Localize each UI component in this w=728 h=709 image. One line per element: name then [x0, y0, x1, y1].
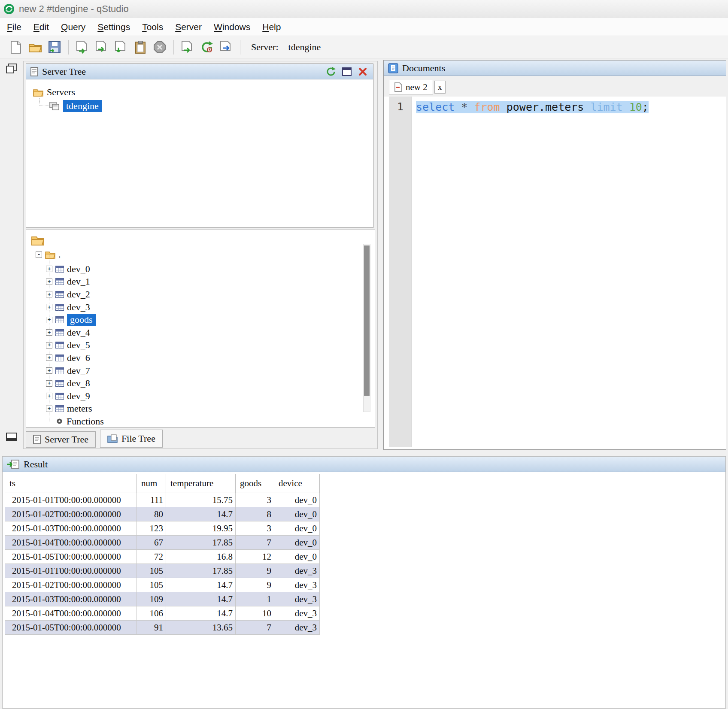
export-button[interactable]: [218, 39, 234, 56]
result-cell[interactable]: dev_0: [274, 507, 320, 521]
result-cell[interactable]: 3: [236, 521, 274, 536]
expand-icon[interactable]: +: [46, 291, 52, 297]
result-cell[interactable]: 14.7: [166, 578, 236, 592]
cascade-windows-icon[interactable]: [6, 64, 17, 74]
collapse-icon[interactable]: -: [36, 251, 42, 258]
expand-icon[interactable]: +: [46, 367, 52, 374]
run-selection-button[interactable]: [113, 39, 129, 56]
result-cell[interactable]: 106: [137, 606, 166, 621]
tab-new-2[interactable]: new 2: [389, 80, 433, 94]
column-header-ts[interactable]: ts: [5, 474, 137, 493]
table-item-meters[interactable]: +meters: [46, 403, 358, 415]
result-cell[interactable]: 10: [236, 606, 274, 621]
database-root-item[interactable]: - .: [36, 249, 61, 260]
code-area[interactable]: select * from power.meters limit 10;: [413, 97, 723, 447]
result-row[interactable]: 2015-01-02T00:00:00.0000008014.78dev_0: [5, 507, 320, 521]
expand-icon[interactable]: +: [46, 342, 52, 348]
table-label[interactable]: dev_5: [67, 339, 90, 351]
open-file-button[interactable]: [27, 39, 43, 56]
result-cell[interactable]: 91: [137, 621, 166, 635]
menu-file[interactable]: File: [1, 20, 27, 34]
result-cell[interactable]: 67: [137, 536, 166, 550]
close-tab-button[interactable]: x: [434, 81, 446, 94]
result-cell[interactable]: 8: [236, 507, 274, 521]
run-query-button[interactable]: [74, 39, 91, 56]
result-cell[interactable]: dev_3: [274, 621, 320, 635]
result-cell[interactable]: 14.7: [166, 507, 236, 521]
result-cell[interactable]: 17.85: [166, 536, 236, 550]
column-header-goods[interactable]: goods: [236, 474, 274, 493]
result-row[interactable]: 2015-01-03T00:00:00.00000010914.71dev_3: [5, 592, 320, 606]
result-row[interactable]: 2015-01-05T00:00:00.0000007216.812dev_0: [5, 550, 320, 564]
table-label[interactable]: dev_6: [67, 352, 90, 364]
scrollbar-thumb[interactable]: [364, 245, 370, 396]
restore-window-icon[interactable]: [6, 433, 17, 441]
expand-icon[interactable]: +: [46, 380, 52, 387]
result-row[interactable]: 2015-01-01T00:00:00.00000011115.753dev_0: [5, 493, 320, 507]
result-cell[interactable]: 13.65: [166, 621, 236, 635]
run-script-button[interactable]: [179, 39, 196, 56]
menu-server[interactable]: Server: [169, 20, 208, 34]
sql-editor[interactable]: 1 select * from power.meters limit 10;: [389, 97, 723, 447]
result-cell[interactable]: 105: [137, 564, 166, 578]
result-cell[interactable]: 2015-01-01T00:00:00.000000: [5, 564, 137, 578]
result-row[interactable]: 2015-01-04T00:00:00.0000006717.857dev_0: [5, 536, 320, 550]
server-selector-value[interactable]: tdengine: [288, 42, 321, 53]
run-line-button[interactable]: [94, 39, 110, 56]
result-cell[interactable]: 2015-01-03T00:00:00.000000: [5, 592, 137, 606]
expand-icon[interactable]: +: [46, 406, 52, 412]
result-cell[interactable]: dev_3: [274, 606, 320, 621]
result-cell[interactable]: 16.8: [166, 550, 236, 564]
result-cell[interactable]: 15.75: [166, 493, 236, 507]
result-cell[interactable]: dev_0: [274, 493, 320, 507]
result-cell[interactable]: 9: [236, 564, 274, 578]
refresh-tree-icon[interactable]: [325, 66, 337, 77]
result-cell[interactable]: 2015-01-01T00:00:00.000000: [5, 493, 137, 507]
table-label[interactable]: goods: [67, 314, 96, 326]
result-row[interactable]: 2015-01-04T00:00:00.00000010614.710dev_3: [5, 606, 320, 621]
table-label[interactable]: dev_2: [67, 289, 90, 300]
result-cell[interactable]: dev_3: [274, 564, 320, 578]
table-label[interactable]: dev_9: [67, 391, 90, 402]
maximize-panel-icon[interactable]: [341, 66, 353, 77]
code-line-1[interactable]: select * from power.meters limit 10;: [413, 101, 723, 116]
result-cell[interactable]: 2015-01-02T00:00:00.000000: [5, 507, 137, 521]
table-item-dev_2[interactable]: +dev_2: [46, 288, 358, 301]
expand-icon[interactable]: +: [46, 266, 52, 272]
servers-root-label[interactable]: Servers: [47, 87, 75, 98]
table-label[interactable]: dev_3: [67, 302, 90, 313]
table-item-dev_5[interactable]: +dev_5: [46, 339, 358, 352]
refresh-button[interactable]: [199, 39, 215, 56]
result-cell[interactable]: 19.95: [166, 521, 236, 536]
database-root-label[interactable]: .: [58, 249, 61, 260]
result-cell[interactable]: 109: [137, 592, 166, 606]
table-item-dev_0[interactable]: +dev_0: [46, 263, 358, 276]
result-cell[interactable]: 123: [137, 521, 166, 536]
menu-tools[interactable]: Tools: [136, 20, 169, 34]
result-cell[interactable]: 3: [236, 493, 274, 507]
save-button[interactable]: [46, 39, 63, 56]
menu-settings[interactable]: Settings: [91, 20, 136, 34]
table-item-dev_4[interactable]: +dev_4: [46, 326, 358, 339]
table-item-dev_8[interactable]: +dev_8: [46, 377, 358, 390]
server-item-label[interactable]: tdengine: [63, 100, 102, 112]
result-cell[interactable]: 105: [137, 578, 166, 592]
result-cell[interactable]: dev_3: [274, 592, 320, 606]
result-row[interactable]: 2015-01-01T00:00:00.00000010517.859dev_3: [5, 564, 320, 578]
result-cell[interactable]: 72: [137, 550, 166, 564]
table-item-dev_6[interactable]: +dev_6: [46, 351, 358, 364]
tab-file-tree[interactable]: File Tree: [100, 430, 163, 448]
result-cell[interactable]: 12: [236, 550, 274, 564]
expand-icon[interactable]: +: [46, 354, 52, 361]
functions-label[interactable]: Functions: [67, 416, 104, 427]
result-cell[interactable]: 2015-01-02T00:00:00.000000: [5, 578, 137, 592]
server-item-tdengine[interactable]: tdengine: [49, 99, 373, 113]
column-header-device[interactable]: device: [274, 474, 320, 493]
menu-help[interactable]: Help: [256, 20, 287, 34]
servers-root-item[interactable]: Servers: [33, 85, 373, 99]
expand-icon[interactable]: +: [46, 393, 52, 399]
table-item-dev_1[interactable]: +dev_1: [46, 276, 358, 288]
result-cell[interactable]: dev_3: [274, 578, 320, 592]
table-label[interactable]: dev_0: [67, 264, 90, 275]
result-cell[interactable]: dev_0: [274, 521, 320, 536]
